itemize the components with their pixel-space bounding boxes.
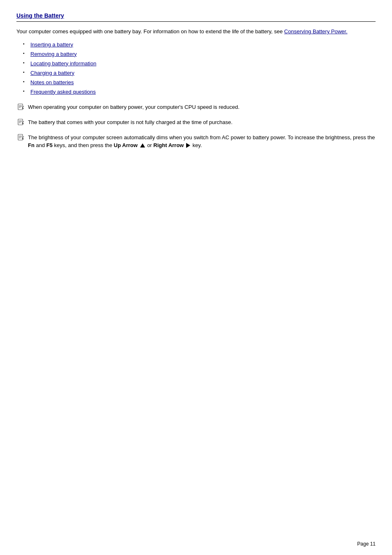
intro-paragraph: Your computer comes equipped with one ba… [16,28,376,36]
list-item: Removing a battery [25,51,376,57]
note-1: When operating your computer on battery … [16,103,376,112]
up-arrow-icon [140,143,145,147]
note-3-text: The brightness of your computer screen a… [28,134,376,150]
note-icon [16,118,25,127]
page-title: Using the Battery [16,12,376,19]
right-arrow-icon [186,143,190,148]
note-2-text: The battery that comes with your compute… [28,118,376,127]
list-item: Charging a battery [25,70,376,76]
note-2: The battery that comes with your compute… [16,118,376,127]
list-item: Inserting a battery [25,41,376,48]
list-item: Locating battery information [25,60,376,67]
conserving-battery-link[interactable]: Conserving Battery Power. [284,28,348,35]
charging-battery-link[interactable]: Charging a battery [30,70,74,76]
note-icon [16,103,25,112]
faq-link[interactable]: Frequently asked questions [30,89,96,95]
locating-battery-link[interactable]: Locating battery information [30,60,96,67]
removing-battery-link[interactable]: Removing a battery [30,51,77,57]
list-item: Frequently asked questions [25,89,376,95]
page-footer: Page 11 [357,541,376,547]
note-3: The brightness of your computer screen a… [16,134,376,150]
note-1-text: When operating your computer on battery … [28,103,376,111]
notes-batteries-link[interactable]: Notes on batteries [30,79,74,85]
intro-text: Your computer comes equipped with one ba… [16,28,283,35]
topic-list: Inserting a battery Removing a battery L… [25,41,376,95]
title-divider [16,21,376,22]
inserting-battery-link[interactable]: Inserting a battery [30,41,73,48]
note-icon [16,133,25,142]
list-item: Notes on batteries [25,79,376,85]
page-number: Page 11 [357,541,376,547]
page-container: Using the Battery Your computer comes eq… [0,0,392,181]
